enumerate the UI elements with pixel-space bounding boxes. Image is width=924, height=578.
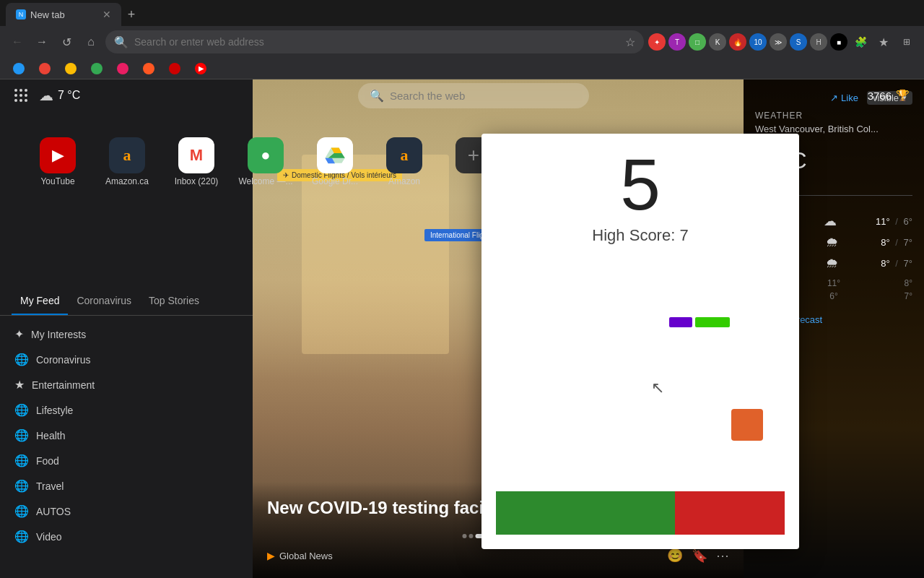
source-dot-icon: ▶: [267, 550, 275, 561]
shortcut-amazon-ca[interactable]: a Amazon.ca: [98, 137, 156, 186]
collections-button[interactable]: ⊞: [897, 32, 917, 52]
sidebar-item-travel[interactable]: 🌐 Travel: [0, 473, 253, 499]
bookmark-2[interactable]: [33, 61, 56, 76]
shortcut-amazon[interactable]: a Amazon: [375, 137, 433, 186]
sidebar-item-my-interests-label: My Interests: [31, 329, 86, 340]
sidebar-item-video[interactable]: 🌐 Video: [0, 524, 253, 549]
source-name: Global News: [279, 551, 333, 561]
gmail-icon: M: [178, 137, 214, 173]
more-options-button[interactable]: ⋯: [716, 548, 729, 564]
new-tab-button[interactable]: +: [121, 4, 141, 25]
globe-icon-food: 🌐: [14, 454, 29, 467]
globe-icon-health: 🌐: [14, 428, 29, 442]
ext-icon-10[interactable]: ■: [830, 33, 847, 51]
ext-icon-2[interactable]: T: [668, 33, 686, 51]
points-display: 3766 🏆: [868, 89, 910, 102]
weather-section-label: WEATHER: [755, 111, 912, 121]
bookmark-star-icon[interactable]: ☆: [625, 35, 635, 49]
weather-location: West Vancouver, British Col...: [755, 124, 912, 134]
dot-2[interactable]: [469, 534, 474, 538]
address-bar[interactable]: 🔍 ☆: [105, 30, 644, 53]
address-input[interactable]: [134, 36, 619, 48]
sidebar-item-lifestyle-label: Lifestyle: [36, 405, 73, 416]
game-green-button[interactable]: [496, 491, 675, 535]
sidebar-item-food-label: Food: [36, 455, 59, 467]
feed-tabs: My Feed Coronavirus Top Stories: [0, 288, 253, 316]
forecast-icon-wed: 🌧: [826, 235, 839, 250]
bookmark-1[interactable]: [7, 61, 30, 76]
news-actions: 😊 🔖 ⋯: [667, 548, 729, 564]
extensions-button[interactable]: 🧩: [850, 32, 871, 52]
ext-icon-1[interactable]: ✦: [648, 33, 666, 51]
bookmark-icon-5: [117, 63, 128, 74]
dot-1[interactable]: [463, 534, 467, 538]
globe-icon-lifestyle: 🌐: [14, 403, 29, 417]
shortcut-inbox[interactable]: M Inbox (220): [167, 137, 225, 186]
tab-top-stories[interactable]: Top Stories: [140, 288, 208, 315]
tab-coronavirus[interactable]: Coronavirus: [68, 288, 139, 315]
apps-menu-button[interactable]: [14, 89, 27, 102]
bookmark-3[interactable]: [59, 61, 82, 76]
game-red-button[interactable]: [675, 491, 785, 535]
ext-icon-7[interactable]: ≫: [770, 33, 787, 51]
ext-icon-6[interactable]: 10: [749, 33, 767, 51]
bookmark-news-button[interactable]: 🔖: [692, 548, 707, 564]
ext-icon-5[interactable]: 🔥: [729, 33, 746, 51]
bookmark-4[interactable]: [85, 61, 108, 76]
home-button[interactable]: ⌂: [81, 32, 101, 52]
emoji-reaction-button[interactable]: 😊: [667, 548, 683, 564]
sidebar-item-my-interests[interactable]: ✦ My Interests: [0, 322, 253, 347]
bookmark-icon-3: [65, 63, 77, 74]
forecast-icon-tue: ☁: [824, 213, 837, 229]
amazon-ca-icon: a: [109, 137, 145, 173]
forecast-high-thu: 8°: [881, 258, 889, 269]
ext-icon-3[interactable]: □: [689, 33, 706, 51]
bookmark-6[interactable]: [137, 61, 160, 76]
forward-button[interactable]: →: [32, 32, 52, 52]
sidebar-item-lifestyle[interactable]: 🌐 Lifestyle: [0, 397, 253, 423]
temperature-display: 7 °C: [58, 89, 80, 102]
tab-my-feed[interactable]: My Feed: [12, 288, 68, 315]
bookmark-8[interactable]: ▶: [189, 61, 212, 76]
active-tab[interactable]: N New tab ✕: [6, 3, 121, 26]
toolbar: ← → ↺ ⌂ 🔍 ☆ ✦ T □ K 🔥: [0, 26, 924, 58]
globe-icon-video: 🌐: [14, 530, 29, 543]
refresh-button[interactable]: ↺: [56, 32, 77, 52]
sidebar-item-entertainment[interactable]: ★ Entertainment: [0, 372, 253, 397]
bookmark-icon-1: [13, 63, 25, 74]
globe-icon-travel: 🌐: [14, 479, 29, 493]
sidebar-item-coronavirus-label: Coronavirus: [36, 354, 90, 366]
sidebar-item-health[interactable]: 🌐 Health: [0, 423, 253, 448]
forecast-high-tue: 11°: [876, 216, 890, 227]
favorites-button[interactable]: ★: [873, 32, 894, 52]
sidebar-item-coronavirus[interactable]: 🌐 Coronavirus: [0, 347, 253, 372]
ext-icon-skype[interactable]: S: [790, 33, 807, 51]
star-entertainment-icon: ★: [14, 378, 25, 392]
tab-label: New tab: [30, 9, 65, 20]
forecast-low-thu: 7°: [904, 258, 912, 269]
game-overlay: 5 High Score: 7 ↖: [481, 134, 799, 549]
game-current-score: 5: [620, 148, 661, 220]
bookmark-icon-6: [143, 63, 154, 74]
search-magnifier-icon: 🔍: [370, 89, 384, 103]
bookmark-icon-7: [169, 63, 180, 74]
star-icon: ✦: [14, 327, 24, 341]
shortcut-youtube[interactable]: ▶ YouTube: [29, 137, 87, 186]
game-high-score: High Score: 7: [592, 226, 688, 245]
globe-icon-autos: 🌐: [14, 504, 29, 518]
shortcut-google-drive[interactable]: Google Dr...: [306, 137, 364, 186]
bookmark-7[interactable]: [163, 61, 186, 76]
sidebar-item-autos[interactable]: 🌐 AUTOS: [0, 499, 253, 524]
tab-close-button[interactable]: ✕: [103, 9, 111, 20]
game-play-area[interactable]: ↖: [496, 259, 785, 535]
bookmark-5[interactable]: [111, 61, 134, 76]
sidebar-item-food[interactable]: 🌐 Food: [0, 448, 253, 473]
news-footer: ▶ Global News 😊 🔖 ⋯: [267, 548, 729, 564]
ext-icon-9[interactable]: H: [810, 33, 827, 51]
web-search-input[interactable]: [390, 90, 578, 102]
web-search-box[interactable]: 🔍: [358, 83, 589, 108]
shortcut-welcome[interactable]: ● Welcome —...: [237, 137, 295, 186]
ext-icon-4[interactable]: K: [709, 33, 726, 51]
bookmark-icon-2: [39, 63, 51, 74]
back-button[interactable]: ←: [7, 32, 27, 52]
